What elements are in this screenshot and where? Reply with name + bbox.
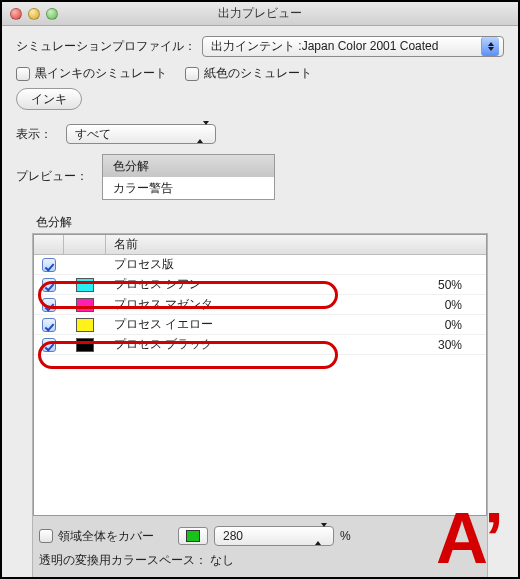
row-pct: 0% (426, 298, 486, 312)
minimize-icon[interactable] (28, 8, 40, 20)
paper-color-label: 紙色のシミュレート (204, 65, 312, 82)
row-name: プロセス シアン (106, 276, 426, 293)
grid-header: 名前 (34, 235, 486, 255)
show-row: 表示： すべて (16, 124, 504, 144)
ink-button-label: インキ (31, 91, 67, 108)
table-row[interactable]: プロセス イエロー 0% (34, 315, 486, 335)
coverage-color-button[interactable] (178, 527, 208, 545)
sim-profile-select[interactable]: 出力インテント :Japan Color 2001 Coated (202, 36, 504, 57)
preview-label: プレビュー： (16, 168, 88, 185)
chevron-updown-icon (315, 527, 331, 545)
transparency-label: 透明の変換用カラースペース： (39, 553, 207, 567)
chevron-updown-icon (197, 125, 213, 143)
coverage-value: 280 (223, 529, 243, 543)
coverage-row: 領域全体をカバー 280 % (33, 516, 487, 552)
swatch-icon (76, 278, 94, 292)
black-ink-check[interactable]: 黒インキのシミュレート (16, 65, 167, 82)
separations-panel: 名前 プロセス版 プロセス シアン 50% (32, 233, 488, 579)
simulate-checks-row: 黒インキのシミュレート 紙色のシミュレート (16, 65, 504, 82)
preview-option-separations[interactable]: 色分解 (103, 155, 274, 177)
preview-option-color-warning[interactable]: カラー警告 (103, 177, 274, 199)
coverage-check[interactable]: 領域全体をカバー (39, 528, 154, 545)
show-label: 表示： (16, 126, 60, 143)
swatch-icon (76, 318, 94, 332)
checkbox-on-icon[interactable] (42, 258, 56, 272)
table-row[interactable]: プロセス ブラック 30% (34, 335, 486, 355)
preview-listbox[interactable]: 色分解 カラー警告 (102, 154, 275, 200)
grid-body: プロセス版 プロセス シアン 50% プロセス マゼンタ 0% (34, 255, 486, 515)
checkbox-icon (39, 529, 53, 543)
row-pct: 0% (426, 318, 486, 332)
window-title: 出力プレビュー (2, 5, 518, 22)
separations-title: 色分解 (36, 214, 504, 231)
chevron-updown-icon (481, 37, 499, 56)
checkbox-on-icon[interactable] (42, 298, 56, 312)
table-row[interactable]: プロセス版 (34, 255, 486, 275)
content: シミュレーションプロファイル： 出力インテント :Japan Color 200… (2, 26, 518, 579)
output-preview-window: 出力プレビュー シミュレーションプロファイル： 出力インテント :Japan C… (0, 0, 520, 579)
traffic-lights (10, 8, 58, 20)
row-name: プロセス版 (106, 256, 426, 273)
row-name: プロセス イエロー (106, 316, 426, 333)
coverage-label: 領域全体をカバー (58, 528, 154, 545)
row-name: プロセス ブラック (106, 336, 426, 353)
swatch-icon (76, 338, 94, 352)
sim-profile-value: 出力インテント :Japan Color 2001 Coated (211, 38, 438, 55)
coverage-value-select[interactable]: 280 (214, 526, 334, 546)
sim-profile-label: シミュレーションプロファイル： (16, 38, 196, 55)
swatch-icon (76, 298, 94, 312)
table-row[interactable]: プロセス マゼンタ 0% (34, 295, 486, 315)
coverage-unit: % (340, 529, 351, 543)
paper-color-check[interactable]: 紙色のシミュレート (185, 65, 312, 82)
row-name: プロセス マゼンタ (106, 296, 426, 313)
ink-button-row: インキ (16, 88, 504, 110)
show-select[interactable]: すべて (66, 124, 216, 144)
close-icon[interactable] (10, 8, 22, 20)
row-pct: 50% (426, 278, 486, 292)
titlebar: 出力プレビュー (2, 2, 518, 26)
annotation-big-a: A’ (436, 506, 504, 571)
name-header: 名前 (106, 235, 486, 254)
transparency-value: なし (210, 553, 234, 567)
transparency-row: 透明の変換用カラースペース： なし (33, 552, 487, 579)
checkbox-on-icon[interactable] (42, 278, 56, 292)
show-value: すべて (75, 126, 111, 143)
separations-grid: 名前 プロセス版 プロセス シアン 50% (33, 234, 487, 516)
ink-button[interactable]: インキ (16, 88, 82, 110)
simulation-profile-row: シミュレーションプロファイル： 出力インテント :Japan Color 200… (16, 36, 504, 57)
checkbox-icon (185, 67, 199, 81)
checkbox-on-icon[interactable] (42, 338, 56, 352)
swatch-icon (186, 530, 200, 542)
preview-row: プレビュー： 色分解 カラー警告 (16, 154, 504, 200)
checkbox-icon (16, 67, 30, 81)
table-row[interactable]: プロセス シアン 50% (34, 275, 486, 295)
checkbox-on-icon[interactable] (42, 318, 56, 332)
zoom-icon[interactable] (46, 8, 58, 20)
row-pct: 30% (426, 338, 486, 352)
black-ink-label: 黒インキのシミュレート (35, 65, 167, 82)
